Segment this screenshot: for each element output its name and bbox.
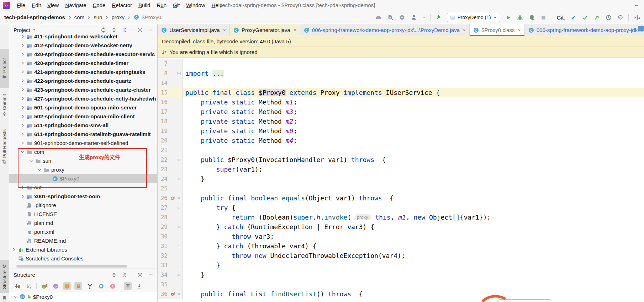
tree-item[interactable]: out — [9, 183, 157, 192]
menu-item-refactor[interactable]: Refactor — [109, 0, 135, 11]
code-line[interactable]: 28 return (Boolean)super.h.invoke( proxy… — [158, 212, 644, 222]
git-pull-icon[interactable] — [570, 14, 577, 21]
tree-item[interactable]: proxy — [9, 165, 157, 174]
editor-tab[interactable]: C$Proxy0.class× — [470, 24, 525, 36]
tree-item[interactable]: 501-springboot-demo-opcua-milo-server — [9, 103, 157, 112]
code-line[interactable]: 8import ... — [158, 69, 644, 78]
tree-toggle[interactable] — [19, 60, 26, 67]
code-line[interactable]: 35 — [158, 280, 644, 289]
git-commit-icon[interactable] — [581, 14, 588, 21]
tree-toggle[interactable] — [19, 149, 26, 156]
git-push-icon[interactable] — [593, 14, 600, 21]
tree-item[interactable]: 412-springboot-demo-websocket-netty — [9, 41, 157, 50]
code-line[interactable]: 19 private static Method m0; — [158, 126, 644, 136]
gutter-fold-cell[interactable] — [170, 241, 183, 251]
editor-tab[interactable]: CUserServiceImpl.java× — [158, 24, 230, 36]
tree-toggle[interactable] — [19, 193, 26, 200]
tree-toggle[interactable] — [19, 131, 26, 138]
menu-item-code[interactable]: Code — [90, 0, 109, 11]
code-line[interactable]: 26 public final boolean equals(Object va… — [158, 193, 644, 203]
structure-root-item[interactable]: C $Proxy0 — [9, 292, 157, 302]
breadcrumb-item[interactable]: $Proxy0 — [142, 14, 161, 20]
tree-item[interactable]: MDplan.md — [9, 219, 157, 227]
close-icon[interactable]: × — [518, 27, 521, 33]
run-button[interactable] — [505, 14, 512, 21]
code-area[interactable]: 78import ...1415public final class $Prox… — [158, 58, 644, 302]
gutter-fold-cell[interactable] — [170, 174, 183, 184]
code-line[interactable]: 33 } — [158, 260, 644, 270]
gutter-fold-cell[interactable] — [170, 155, 183, 165]
menu-item-view[interactable]: View — [44, 0, 62, 11]
tool-window-button-bookmarks[interactable]: Bookmarks — [0, 295, 9, 302]
stop-button[interactable] — [540, 14, 547, 21]
tree-item[interactable]: 421-springboot-demo-schedule-springtasks — [9, 68, 157, 76]
menu-item-git[interactable]: Git — [170, 0, 183, 11]
code-line[interactable]: 18 private static Method m2; — [158, 117, 644, 126]
code-line[interactable]: 16 private static Method m1; — [158, 97, 644, 107]
hide-icon[interactable] — [147, 271, 154, 278]
minimize-button[interactable] — [634, 0, 639, 11]
close-icon[interactable]: × — [223, 27, 226, 33]
services-icon[interactable] — [398, 14, 406, 21]
gutter-fold-cell[interactable] — [170, 203, 183, 212]
tree-item[interactable]: 420-springboot-demo-schedule-executor-se… — [9, 50, 157, 59]
breadcrumb-item[interactable]: com — [74, 14, 84, 20]
tree-toggle[interactable] — [27, 157, 35, 165]
expand-all-icon[interactable] — [111, 271, 117, 278]
code-line[interactable]: 21 — [158, 145, 644, 155]
gutter-fold-cell[interactable] — [170, 193, 183, 203]
tree-item[interactable]: 502-springboot-demo-opcua-milo-client — [9, 112, 157, 121]
gutter-fold-cell[interactable] — [170, 222, 183, 232]
restore-layout-icon[interactable] — [633, 14, 640, 21]
menu-item-edit[interactable]: Edit — [28, 0, 44, 11]
tree-toggle[interactable] — [19, 42, 26, 49]
editor-tab[interactable]: C006-spring-framework-demo-aop-proxy-jdk… — [300, 24, 470, 36]
horizontal-scrollbar[interactable] — [16, 265, 127, 268]
autoscroll-to-source-icon[interactable] — [124, 282, 132, 290]
tool-window-button-commit[interactable]: Commit — [0, 90, 9, 120]
tree-item[interactable]: 901-sprinboot-demo-starter-self-defined — [9, 139, 157, 147]
tree-item[interactable]: LICENSE — [9, 210, 157, 219]
tree-item[interactable]: mpom.xml — [9, 227, 157, 236]
tree-toggle[interactable] — [19, 77, 26, 85]
editor-tab[interactable]: CProxyGenerator.java× — [230, 24, 300, 36]
tree-item[interactable]: External Libraries — [9, 245, 157, 254]
breadcrumb-item[interactable]: sun — [94, 14, 102, 20]
editor-tab[interactable]: C006-spring-framework-demo-aop-proxy-jdk… — [525, 24, 644, 36]
tree-toggle[interactable] — [19, 140, 26, 147]
run-config-combo[interactable]: ProxyDemo (1) — [447, 13, 500, 22]
code-line[interactable]: 36I public final List findUserList() thr… — [158, 289, 644, 299]
menu-item-build[interactable]: Build — [135, 0, 153, 11]
code-line[interactable]: 14 — [158, 78, 644, 88]
tree-toggle[interactable] — [19, 113, 26, 120]
gutter-fold-cell[interactable] — [170, 270, 183, 280]
debug-button[interactable] — [517, 14, 524, 21]
close-icon[interactable]: × — [294, 27, 296, 33]
code-line[interactable]: 22 public $Proxy0(InvocationHandler var1… — [158, 155, 644, 165]
tree-item[interactable]: MDREADME.md — [9, 236, 157, 245]
tree-toggle[interactable] — [19, 95, 26, 102]
code-line[interactable]: 29 } catch (RuntimeException | Error var… — [158, 222, 644, 232]
tree-item[interactable]: 511-springboot-demo-sms-ali — [9, 121, 157, 130]
tree-item[interactable]: 422-springboot-demo-schedule-quartz — [9, 76, 157, 85]
tree-toggle[interactable] — [19, 122, 26, 129]
show-non-public-icon[interactable] — [74, 282, 82, 290]
tool-window-button-project[interactable]: Project — [0, 49, 9, 88]
tree-item[interactable]: 420-springboot-demo-schedule-timer — [9, 59, 157, 68]
autoscroll-from-source-icon[interactable] — [135, 282, 143, 290]
tree-item[interactable]: 423-springboot-demo-schedule-quartz-clus… — [9, 85, 157, 94]
tree-toggle[interactable] — [19, 51, 26, 58]
code-line[interactable]: 15public final class $Proxy0 extends Pro… — [158, 88, 644, 97]
gutter-fold-cell[interactable] — [170, 69, 183, 78]
tree-toggle[interactable] — [36, 166, 43, 173]
menu-item-window[interactable]: Window — [183, 0, 208, 11]
menu-item-navigate[interactable]: Navigate — [62, 0, 89, 11]
code-line[interactable]: 23 super(var1); — [158, 165, 644, 174]
show-tree-icon[interactable] — [86, 282, 94, 290]
tree-item[interactable]: Scratches and Consoles — [9, 254, 157, 263]
git-rollback-icon[interactable] — [617, 14, 624, 21]
tool-window-button-structure[interactable]: Structure — [0, 260, 9, 293]
build-hammer-icon[interactable] — [435, 14, 442, 21]
code-line[interactable]: 31 } catch (Throwable var4) { — [158, 241, 644, 251]
breadcrumb-item[interactable]: proxy — [111, 14, 125, 20]
